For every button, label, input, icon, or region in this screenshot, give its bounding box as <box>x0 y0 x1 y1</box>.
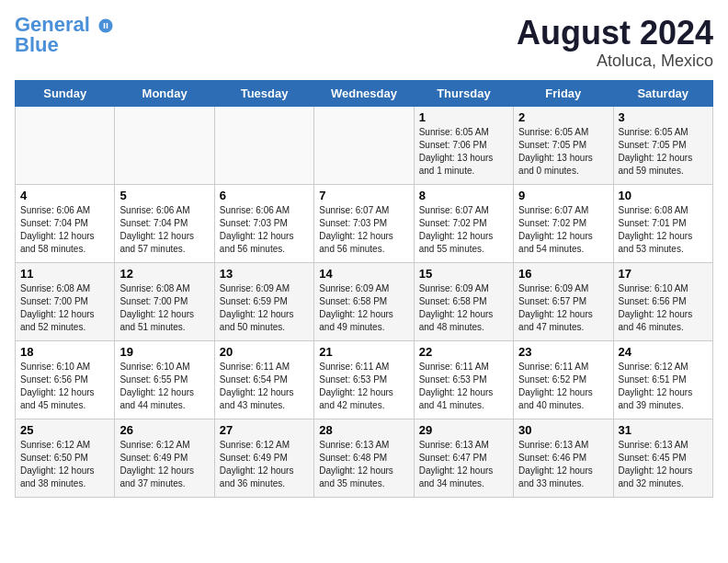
day-number: 31 <box>619 423 708 437</box>
day-number: 16 <box>518 267 608 281</box>
calendar-week-4: 18Sunrise: 6:10 AM Sunset: 6:56 PM Dayli… <box>16 340 713 419</box>
day-number: 2 <box>518 110 608 124</box>
weekday-header-friday: Friday <box>514 80 613 106</box>
calendar-cell: 20Sunrise: 6:11 AM Sunset: 6:54 PM Dayli… <box>214 340 313 419</box>
calendar-cell <box>16 106 115 184</box>
calendar-cell: 2Sunrise: 6:05 AM Sunset: 7:05 PM Daylig… <box>514 106 613 184</box>
day-info: Sunrise: 6:12 AM Sunset: 6:49 PM Dayligh… <box>119 439 209 490</box>
calendar-cell: 13Sunrise: 6:09 AM Sunset: 6:59 PM Dayli… <box>214 262 313 340</box>
calendar-cell: 7Sunrise: 6:07 AM Sunset: 7:03 PM Daylig… <box>314 184 414 262</box>
day-number: 26 <box>119 423 209 437</box>
day-number: 8 <box>419 189 508 202</box>
calendar-cell: 27Sunrise: 6:12 AM Sunset: 6:49 PM Dayli… <box>214 419 313 497</box>
day-number: 19 <box>119 345 209 359</box>
calendar-cell <box>314 106 414 184</box>
day-number: 28 <box>319 423 408 437</box>
day-info: Sunrise: 6:13 AM Sunset: 6:48 PM Dayligh… <box>319 439 408 490</box>
day-info: Sunrise: 6:12 AM Sunset: 6:49 PM Dayligh… <box>220 439 309 490</box>
day-number: 5 <box>119 189 209 202</box>
day-info: Sunrise: 6:06 AM Sunset: 7:04 PM Dayligh… <box>20 204 109 256</box>
weekday-header-thursday: Thursday <box>414 80 513 106</box>
page-header: General Blue August 2024 Atoluca, Mexico <box>15 15 713 71</box>
day-info: Sunrise: 6:07 AM Sunset: 7:03 PM Dayligh… <box>319 204 408 256</box>
day-info: Sunrise: 6:11 AM Sunset: 6:53 PM Dayligh… <box>419 361 508 412</box>
day-info: Sunrise: 6:05 AM Sunset: 7:05 PM Dayligh… <box>518 126 608 178</box>
day-number: 25 <box>20 423 109 437</box>
day-number: 21 <box>319 345 408 359</box>
calendar-cell: 29Sunrise: 6:13 AM Sunset: 6:47 PM Dayli… <box>414 419 513 497</box>
weekday-header-sunday: Sunday <box>16 80 115 106</box>
day-number: 22 <box>419 345 508 359</box>
day-info: Sunrise: 6:08 AM Sunset: 7:00 PM Dayligh… <box>20 282 109 334</box>
calendar-week-2: 4Sunrise: 6:06 AM Sunset: 7:04 PM Daylig… <box>16 184 713 262</box>
title-section: August 2024 Atoluca, Mexico <box>517 15 713 71</box>
weekday-header-monday: Monday <box>115 80 214 106</box>
day-info: Sunrise: 6:10 AM Sunset: 6:55 PM Dayligh… <box>119 361 209 412</box>
day-info: Sunrise: 6:13 AM Sunset: 6:46 PM Dayligh… <box>518 439 608 490</box>
day-info: Sunrise: 6:10 AM Sunset: 6:56 PM Dayligh… <box>20 361 109 412</box>
day-number: 10 <box>619 189 708 202</box>
day-number: 27 <box>220 423 309 437</box>
calendar-cell: 12Sunrise: 6:08 AM Sunset: 7:00 PM Dayli… <box>115 262 214 340</box>
day-info: Sunrise: 6:11 AM Sunset: 6:54 PM Dayligh… <box>220 361 309 412</box>
day-info: Sunrise: 6:11 AM Sunset: 6:52 PM Dayligh… <box>518 361 608 412</box>
day-number: 9 <box>518 189 608 202</box>
day-info: Sunrise: 6:09 AM Sunset: 6:57 PM Dayligh… <box>518 282 608 334</box>
calendar-header: SundayMondayTuesdayWednesdayThursdayFrid… <box>16 80 713 106</box>
day-number: 23 <box>518 345 608 359</box>
calendar-cell: 16Sunrise: 6:09 AM Sunset: 6:57 PM Dayli… <box>514 262 613 340</box>
day-number: 24 <box>619 345 708 359</box>
day-info: Sunrise: 6:11 AM Sunset: 6:53 PM Dayligh… <box>319 361 408 412</box>
calendar-cell: 3Sunrise: 6:05 AM Sunset: 7:05 PM Daylig… <box>613 106 712 184</box>
day-number: 1 <box>419 110 508 124</box>
calendar-cell: 10Sunrise: 6:08 AM Sunset: 7:01 PM Dayli… <box>613 184 712 262</box>
day-number: 4 <box>20 189 109 202</box>
calendar-cell: 30Sunrise: 6:13 AM Sunset: 6:46 PM Dayli… <box>514 419 613 497</box>
calendar-cell: 18Sunrise: 6:10 AM Sunset: 6:56 PM Dayli… <box>16 340 115 419</box>
calendar-week-3: 11Sunrise: 6:08 AM Sunset: 7:00 PM Dayli… <box>16 262 713 340</box>
day-info: Sunrise: 6:13 AM Sunset: 6:45 PM Dayligh… <box>619 439 708 490</box>
calendar-cell: 22Sunrise: 6:11 AM Sunset: 6:53 PM Dayli… <box>414 340 513 419</box>
calendar-cell: 14Sunrise: 6:09 AM Sunset: 6:58 PM Dayli… <box>314 262 414 340</box>
day-number: 7 <box>319 189 408 202</box>
logo: General Blue <box>15 15 114 57</box>
day-number: 14 <box>319 267 408 281</box>
calendar-cell: 19Sunrise: 6:10 AM Sunset: 6:55 PM Dayli… <box>115 340 214 419</box>
day-info: Sunrise: 6:09 AM Sunset: 6:58 PM Dayligh… <box>419 282 508 334</box>
day-number: 13 <box>220 267 309 281</box>
day-info: Sunrise: 6:12 AM Sunset: 6:51 PM Dayligh… <box>619 361 708 412</box>
logo-text: General <box>15 15 114 35</box>
weekday-row: SundayMondayTuesdayWednesdayThursdayFrid… <box>16 80 713 106</box>
calendar-week-5: 25Sunrise: 6:12 AM Sunset: 6:50 PM Dayli… <box>16 419 713 497</box>
day-number: 6 <box>220 189 309 202</box>
day-number: 11 <box>20 267 109 281</box>
calendar-cell: 4Sunrise: 6:06 AM Sunset: 7:04 PM Daylig… <box>16 184 115 262</box>
day-number: 29 <box>419 423 508 437</box>
day-info: Sunrise: 6:13 AM Sunset: 6:47 PM Dayligh… <box>419 439 508 490</box>
day-info: Sunrise: 6:08 AM Sunset: 7:00 PM Dayligh… <box>119 282 209 334</box>
day-number: 18 <box>20 345 109 359</box>
day-info: Sunrise: 6:05 AM Sunset: 7:06 PM Dayligh… <box>419 126 508 178</box>
calendar-table: SundayMondayTuesdayWednesdayThursdayFrid… <box>15 80 713 498</box>
day-number: 20 <box>220 345 309 359</box>
day-number: 3 <box>619 110 708 124</box>
logo-blue: Blue <box>15 33 114 57</box>
calendar-cell: 6Sunrise: 6:06 AM Sunset: 7:03 PM Daylig… <box>214 184 313 262</box>
day-info: Sunrise: 6:06 AM Sunset: 7:03 PM Dayligh… <box>220 204 309 256</box>
weekday-header-saturday: Saturday <box>613 80 712 106</box>
calendar-body: 1Sunrise: 6:05 AM Sunset: 7:06 PM Daylig… <box>16 106 713 497</box>
calendar-cell: 28Sunrise: 6:13 AM Sunset: 6:48 PM Dayli… <box>314 419 414 497</box>
calendar-cell: 15Sunrise: 6:09 AM Sunset: 6:58 PM Dayli… <box>414 262 513 340</box>
calendar-cell <box>115 106 214 184</box>
day-info: Sunrise: 6:07 AM Sunset: 7:02 PM Dayligh… <box>419 204 508 256</box>
day-info: Sunrise: 6:09 AM Sunset: 6:59 PM Dayligh… <box>220 282 309 334</box>
day-number: 17 <box>619 267 708 281</box>
weekday-header-wednesday: Wednesday <box>314 80 414 106</box>
calendar-cell: 31Sunrise: 6:13 AM Sunset: 6:45 PM Dayli… <box>613 419 712 497</box>
calendar-cell: 26Sunrise: 6:12 AM Sunset: 6:49 PM Dayli… <box>115 419 214 497</box>
day-info: Sunrise: 6:09 AM Sunset: 6:58 PM Dayligh… <box>319 282 408 334</box>
day-number: 12 <box>119 267 209 281</box>
location: Atoluca, Mexico <box>517 52 713 71</box>
day-info: Sunrise: 6:07 AM Sunset: 7:02 PM Dayligh… <box>518 204 608 256</box>
weekday-header-tuesday: Tuesday <box>214 80 313 106</box>
